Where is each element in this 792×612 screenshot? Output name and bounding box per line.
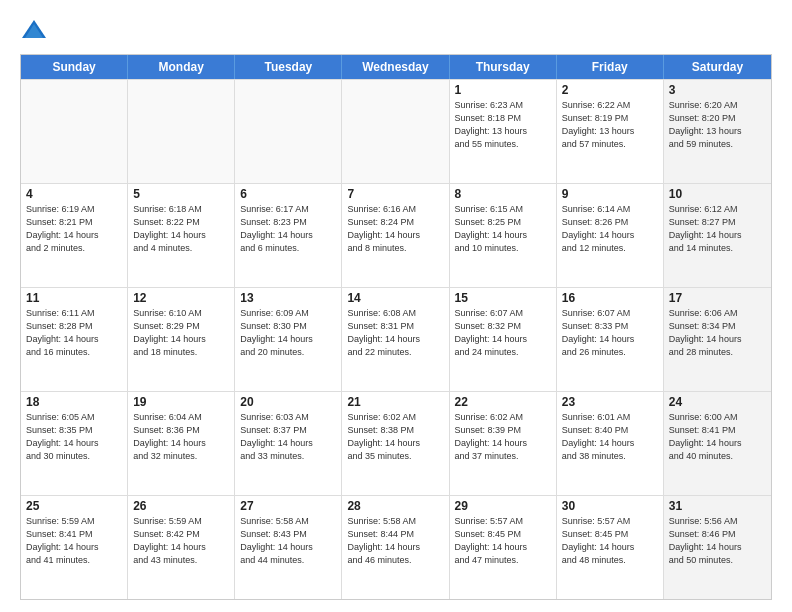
day-info: Sunrise: 5:57 AM Sunset: 8:45 PM Dayligh… [455, 515, 551, 567]
day-info: Sunrise: 6:20 AM Sunset: 8:20 PM Dayligh… [669, 99, 766, 151]
day-info: Sunrise: 6:05 AM Sunset: 8:35 PM Dayligh… [26, 411, 122, 463]
calendar-day-31: 31Sunrise: 5:56 AM Sunset: 8:46 PM Dayli… [664, 496, 771, 599]
calendar-day-12: 12Sunrise: 6:10 AM Sunset: 8:29 PM Dayli… [128, 288, 235, 391]
day-header-thursday: Thursday [450, 55, 557, 79]
day-header-tuesday: Tuesday [235, 55, 342, 79]
day-info: Sunrise: 6:14 AM Sunset: 8:26 PM Dayligh… [562, 203, 658, 255]
day-info: Sunrise: 6:01 AM Sunset: 8:40 PM Dayligh… [562, 411, 658, 463]
calendar-day-11: 11Sunrise: 6:11 AM Sunset: 8:28 PM Dayli… [21, 288, 128, 391]
day-header-sunday: Sunday [21, 55, 128, 79]
day-number: 22 [455, 395, 551, 409]
day-number: 11 [26, 291, 122, 305]
day-number: 15 [455, 291, 551, 305]
calendar-day-9: 9Sunrise: 6:14 AM Sunset: 8:26 PM Daylig… [557, 184, 664, 287]
calendar-day-22: 22Sunrise: 6:02 AM Sunset: 8:39 PM Dayli… [450, 392, 557, 495]
day-info: Sunrise: 5:59 AM Sunset: 8:41 PM Dayligh… [26, 515, 122, 567]
day-info: Sunrise: 6:23 AM Sunset: 8:18 PM Dayligh… [455, 99, 551, 151]
day-number: 8 [455, 187, 551, 201]
calendar-day-empty [128, 80, 235, 183]
calendar-day-28: 28Sunrise: 5:58 AM Sunset: 8:44 PM Dayli… [342, 496, 449, 599]
calendar-day-empty [235, 80, 342, 183]
calendar-day-25: 25Sunrise: 5:59 AM Sunset: 8:41 PM Dayli… [21, 496, 128, 599]
day-number: 9 [562, 187, 658, 201]
day-number: 30 [562, 499, 658, 513]
day-number: 28 [347, 499, 443, 513]
calendar-day-16: 16Sunrise: 6:07 AM Sunset: 8:33 PM Dayli… [557, 288, 664, 391]
day-info: Sunrise: 6:04 AM Sunset: 8:36 PM Dayligh… [133, 411, 229, 463]
day-number: 19 [133, 395, 229, 409]
calendar-day-empty [342, 80, 449, 183]
logo [20, 16, 52, 44]
calendar-day-10: 10Sunrise: 6:12 AM Sunset: 8:27 PM Dayli… [664, 184, 771, 287]
day-number: 5 [133, 187, 229, 201]
day-info: Sunrise: 6:07 AM Sunset: 8:32 PM Dayligh… [455, 307, 551, 359]
day-number: 24 [669, 395, 766, 409]
calendar-day-6: 6Sunrise: 6:17 AM Sunset: 8:23 PM Daylig… [235, 184, 342, 287]
day-info: Sunrise: 6:22 AM Sunset: 8:19 PM Dayligh… [562, 99, 658, 151]
day-number: 20 [240, 395, 336, 409]
calendar-day-17: 17Sunrise: 6:06 AM Sunset: 8:34 PM Dayli… [664, 288, 771, 391]
header [20, 16, 772, 44]
calendar-week-4: 18Sunrise: 6:05 AM Sunset: 8:35 PM Dayli… [21, 391, 771, 495]
day-info: Sunrise: 6:07 AM Sunset: 8:33 PM Dayligh… [562, 307, 658, 359]
calendar-day-27: 27Sunrise: 5:58 AM Sunset: 8:43 PM Dayli… [235, 496, 342, 599]
day-header-wednesday: Wednesday [342, 55, 449, 79]
calendar-day-19: 19Sunrise: 6:04 AM Sunset: 8:36 PM Dayli… [128, 392, 235, 495]
page: SundayMondayTuesdayWednesdayThursdayFrid… [0, 0, 792, 612]
calendar-week-5: 25Sunrise: 5:59 AM Sunset: 8:41 PM Dayli… [21, 495, 771, 599]
day-info: Sunrise: 6:19 AM Sunset: 8:21 PM Dayligh… [26, 203, 122, 255]
day-info: Sunrise: 5:58 AM Sunset: 8:44 PM Dayligh… [347, 515, 443, 567]
calendar-day-7: 7Sunrise: 6:16 AM Sunset: 8:24 PM Daylig… [342, 184, 449, 287]
day-number: 16 [562, 291, 658, 305]
day-info: Sunrise: 6:10 AM Sunset: 8:29 PM Dayligh… [133, 307, 229, 359]
day-info: Sunrise: 6:15 AM Sunset: 8:25 PM Dayligh… [455, 203, 551, 255]
day-info: Sunrise: 5:59 AM Sunset: 8:42 PM Dayligh… [133, 515, 229, 567]
calendar-day-29: 29Sunrise: 5:57 AM Sunset: 8:45 PM Dayli… [450, 496, 557, 599]
calendar-day-4: 4Sunrise: 6:19 AM Sunset: 8:21 PM Daylig… [21, 184, 128, 287]
day-number: 14 [347, 291, 443, 305]
day-number: 21 [347, 395, 443, 409]
day-info: Sunrise: 6:02 AM Sunset: 8:38 PM Dayligh… [347, 411, 443, 463]
calendar-day-2: 2Sunrise: 6:22 AM Sunset: 8:19 PM Daylig… [557, 80, 664, 183]
day-number: 4 [26, 187, 122, 201]
calendar: SundayMondayTuesdayWednesdayThursdayFrid… [20, 54, 772, 600]
calendar-day-21: 21Sunrise: 6:02 AM Sunset: 8:38 PM Dayli… [342, 392, 449, 495]
day-header-saturday: Saturday [664, 55, 771, 79]
calendar-week-2: 4Sunrise: 6:19 AM Sunset: 8:21 PM Daylig… [21, 183, 771, 287]
day-number: 18 [26, 395, 122, 409]
day-number: 17 [669, 291, 766, 305]
calendar-day-empty [21, 80, 128, 183]
day-number: 31 [669, 499, 766, 513]
calendar-day-30: 30Sunrise: 5:57 AM Sunset: 8:45 PM Dayli… [557, 496, 664, 599]
day-info: Sunrise: 6:18 AM Sunset: 8:22 PM Dayligh… [133, 203, 229, 255]
day-number: 26 [133, 499, 229, 513]
day-info: Sunrise: 6:06 AM Sunset: 8:34 PM Dayligh… [669, 307, 766, 359]
day-number: 7 [347, 187, 443, 201]
calendar-day-24: 24Sunrise: 6:00 AM Sunset: 8:41 PM Dayli… [664, 392, 771, 495]
calendar-week-1: 1Sunrise: 6:23 AM Sunset: 8:18 PM Daylig… [21, 79, 771, 183]
calendar-week-3: 11Sunrise: 6:11 AM Sunset: 8:28 PM Dayli… [21, 287, 771, 391]
calendar-body: 1Sunrise: 6:23 AM Sunset: 8:18 PM Daylig… [21, 79, 771, 599]
day-info: Sunrise: 5:58 AM Sunset: 8:43 PM Dayligh… [240, 515, 336, 567]
calendar-day-26: 26Sunrise: 5:59 AM Sunset: 8:42 PM Dayli… [128, 496, 235, 599]
day-number: 27 [240, 499, 336, 513]
day-number: 23 [562, 395, 658, 409]
day-number: 2 [562, 83, 658, 97]
day-info: Sunrise: 6:09 AM Sunset: 8:30 PM Dayligh… [240, 307, 336, 359]
day-info: Sunrise: 6:08 AM Sunset: 8:31 PM Dayligh… [347, 307, 443, 359]
day-number: 25 [26, 499, 122, 513]
calendar-day-14: 14Sunrise: 6:08 AM Sunset: 8:31 PM Dayli… [342, 288, 449, 391]
day-info: Sunrise: 5:56 AM Sunset: 8:46 PM Dayligh… [669, 515, 766, 567]
day-info: Sunrise: 6:12 AM Sunset: 8:27 PM Dayligh… [669, 203, 766, 255]
day-header-monday: Monday [128, 55, 235, 79]
calendar-day-18: 18Sunrise: 6:05 AM Sunset: 8:35 PM Dayli… [21, 392, 128, 495]
day-number: 29 [455, 499, 551, 513]
day-info: Sunrise: 6:17 AM Sunset: 8:23 PM Dayligh… [240, 203, 336, 255]
calendar-day-3: 3Sunrise: 6:20 AM Sunset: 8:20 PM Daylig… [664, 80, 771, 183]
day-number: 10 [669, 187, 766, 201]
day-info: Sunrise: 6:03 AM Sunset: 8:37 PM Dayligh… [240, 411, 336, 463]
day-info: Sunrise: 6:16 AM Sunset: 8:24 PM Dayligh… [347, 203, 443, 255]
calendar-day-1: 1Sunrise: 6:23 AM Sunset: 8:18 PM Daylig… [450, 80, 557, 183]
day-number: 3 [669, 83, 766, 97]
calendar-day-8: 8Sunrise: 6:15 AM Sunset: 8:25 PM Daylig… [450, 184, 557, 287]
